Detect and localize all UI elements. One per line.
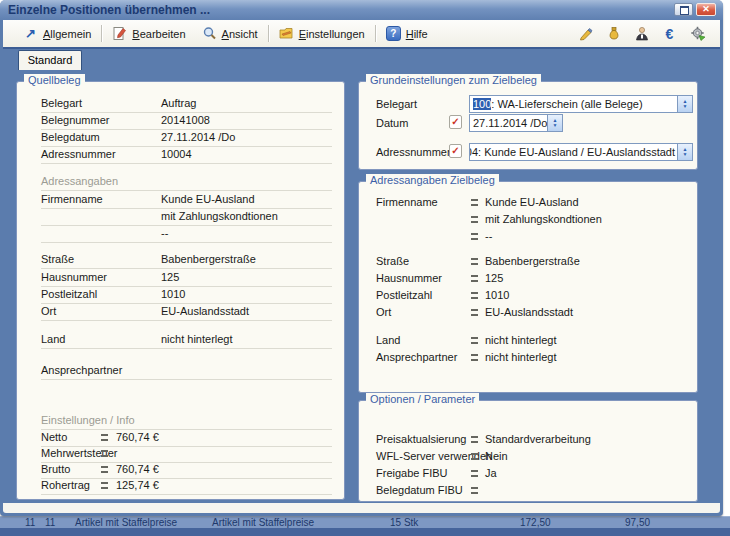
- field-row-preisaktualsierung: Preisaktualsierung Standardverarbeitung: [376, 431, 687, 448]
- field-value: --: [485, 228, 492, 244]
- field-row-land: Land nicht hinterlegt: [41, 331, 332, 349]
- datum-value: 27.11.2014 /Do: [473, 117, 547, 129]
- equals-bullet-icon: [471, 309, 478, 316]
- content-area: Standard Quellbeleg Belegart Auftrag Bel…: [3, 49, 720, 504]
- gear-refresh-icon[interactable]: [689, 26, 706, 42]
- field-row-postleitzahl: Postleitzahl 1010: [376, 287, 687, 304]
- field-label: Adressnummer: [41, 148, 116, 160]
- toolbar-separator: [375, 25, 376, 42]
- menu-label: Ansicht: [222, 28, 258, 40]
- money-bag-icon[interactable]: [605, 26, 622, 42]
- equals-bullet-icon: [471, 354, 478, 361]
- field-value: EU-Auslandsstadt: [161, 303, 249, 319]
- field-value: Nein: [485, 448, 508, 464]
- field-label: Freigabe FIBU: [376, 467, 448, 479]
- equals-bullet-icon: [471, 275, 478, 282]
- field-value: nicht hinterlegt: [161, 331, 233, 347]
- groupbox-title: Optionen / Parameter: [366, 393, 479, 405]
- equals-bullet-icon: [471, 487, 478, 494]
- groupbox-title: Grundeinstellungen zum Zielbeleg: [366, 74, 541, 86]
- menu-allgemein[interactable]: ↗ Allgemein: [15, 24, 99, 43]
- section-header-adressangaben: Adressangaben: [41, 173, 332, 191]
- restore-button[interactable]: [674, 3, 693, 16]
- menu-ansicht[interactable]: Ansicht: [194, 24, 266, 43]
- field-row-rohertrag: Rohertrag 125,74 €: [41, 477, 332, 495]
- adressnummer-combobox[interactable]: 10004: Kunde EU-Ausland / EU-Auslandssta…: [469, 143, 693, 161]
- field-row-firmenname3: --: [376, 228, 687, 245]
- field-value: nicht hinterlegt: [485, 332, 557, 348]
- toolbar-separator: [268, 25, 269, 42]
- adressnummer-spinner[interactable]: ▲▼: [677, 144, 692, 160]
- field-row-land: Land nicht hinterlegt: [376, 332, 687, 349]
- field-label: Hausnummer: [41, 271, 107, 283]
- field-label: Straße: [376, 255, 409, 267]
- toolbar-separator: [101, 25, 102, 42]
- folder-tools-icon: [279, 26, 294, 41]
- field-label: Preisaktualsierung: [376, 433, 467, 445]
- background-window-edge: [0, 528, 730, 536]
- field-label: Belegart: [41, 97, 82, 109]
- field-row-ort: Ort EU-Auslandsstadt: [41, 303, 332, 321]
- magnifier-icon: [202, 26, 217, 41]
- equals-bullet-icon: [101, 434, 108, 441]
- tab-standard[interactable]: Standard: [18, 50, 82, 70]
- field-row-firmenname2: mit Zahlungskondtionen: [376, 211, 687, 228]
- field-row-belegart: Belegart Auftrag: [41, 95, 332, 113]
- edit-page-icon: [112, 26, 127, 41]
- belegart-spinner[interactable]: ▲▼: [677, 96, 692, 112]
- restore-icon: [680, 6, 689, 15]
- pen-icon[interactable]: [577, 26, 594, 42]
- adressnummer-value: 10004: Kunde EU-Ausland / EU-Auslandssta…: [469, 146, 675, 158]
- field-row-strasse: Straße Babenbergerstraße: [376, 253, 687, 270]
- field-value: Babenbergerstraße: [485, 253, 580, 269]
- field-label: Land: [376, 334, 400, 346]
- field-row-freigabe-fibu: Freigabe FIBU Ja: [376, 465, 687, 482]
- belegart-selected-text: 100: [473, 98, 491, 110]
- datum-apply-checkbox[interactable]: ✓: [449, 115, 462, 129]
- field-value: Standardverarbeitung: [485, 431, 591, 447]
- spin-down-icon: ▼: [553, 123, 558, 128]
- menu-label: Bearbeiten: [132, 28, 185, 40]
- person-icon[interactable]: [633, 26, 650, 42]
- field-row-wfl-server: WFL-Server verwenden Nein: [376, 448, 687, 465]
- belegart-combobox[interactable]: 100 : WA-Lieferschein (alle Belege) ▲▼: [469, 95, 693, 113]
- spin-down-icon: ▼: [683, 152, 688, 157]
- field-value: EU-Auslandsstadt: [485, 304, 573, 320]
- field-row-belegdatum: Belegdatum 27.11.2014 /Do: [41, 129, 332, 147]
- belegart-rest-text: : WA-Lieferschein (alle Belege): [491, 98, 642, 110]
- equals-bullet-icon: [471, 337, 478, 344]
- field-row-ort: Ort EU-Auslandsstadt: [376, 304, 687, 321]
- euro-icon[interactable]: €: [661, 26, 678, 42]
- field-label: Rohertrag: [41, 479, 90, 491]
- field-row-belegdatum-fibu: Belegdatum FIBU: [376, 482, 687, 499]
- field-value: --: [161, 225, 168, 241]
- field-row-hausnummer: Hausnummer 125: [376, 270, 687, 287]
- field-row-ansprechpartner: Ansprechpartner: [41, 362, 332, 380]
- toolbar-right-icons: €: [577, 26, 720, 42]
- field-value: 760,74 €: [116, 461, 159, 477]
- datum-combobox[interactable]: 27.11.2014 /Do ▲▼: [469, 114, 563, 132]
- field-label: Firmenname: [376, 196, 438, 208]
- field-value: 125: [161, 269, 179, 285]
- menu-bearbeiten[interactable]: Bearbeiten: [104, 24, 193, 43]
- field-row-firmenname2: mit Zahlungskondtionen: [41, 208, 332, 226]
- check-icon: ✓: [451, 116, 459, 127]
- field-value: Babenbergerstraße: [161, 251, 256, 267]
- field-label: Ansprechpartner: [41, 364, 122, 376]
- field-label: Land: [41, 333, 65, 345]
- toolbar: ↗ Allgemein Bearbeiten Ansicht Einstellu…: [3, 20, 720, 47]
- adressnummer-apply-checkbox[interactable]: ✓: [449, 144, 462, 158]
- field-label: Belegdatum FIBU: [376, 484, 463, 496]
- equals-bullet-icon: [471, 258, 478, 265]
- datum-spinner[interactable]: ▲▼: [547, 115, 562, 131]
- datum-label: Datum: [376, 117, 408, 129]
- menu-einstellungen[interactable]: Einstellungen: [271, 24, 373, 43]
- title-bar[interactable]: Einzelne Positionen übernehmen ... ✕: [0, 0, 723, 20]
- menu-label: Allgemein: [43, 28, 91, 40]
- close-button[interactable]: ✕: [696, 3, 716, 16]
- field-value: mit Zahlungskondtionen: [161, 208, 278, 224]
- field-value: Kunde EU-Ausland: [485, 194, 579, 210]
- menu-hilfe[interactable]: ? Hilfe: [378, 24, 436, 43]
- equals-bullet-icon: [471, 199, 478, 206]
- equals-bullet-icon: [471, 233, 478, 240]
